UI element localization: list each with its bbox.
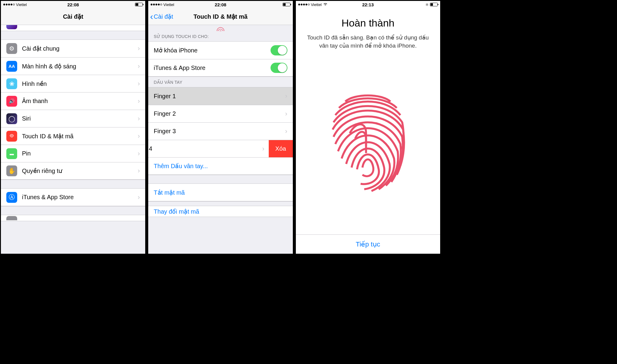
status-bar: Viettel 22:08 xyxy=(148,1,293,8)
chevron-right-icon: › xyxy=(138,45,140,52)
status-time: 22:13 xyxy=(362,2,374,7)
cell-label: Pin xyxy=(22,150,138,157)
nav-title: Cài đặt xyxy=(63,13,83,20)
signal-icon xyxy=(298,4,310,5)
cell-label: Finger 3 xyxy=(154,128,285,135)
fingerprint-graphic xyxy=(296,50,440,234)
section-header-use-for: SỬ DỤNG TOUCH ID CHO: xyxy=(148,31,293,41)
list-item-siri[interactable]: ◯ Siri › xyxy=(1,110,145,127)
wifi-icon xyxy=(323,2,328,7)
battery-icon xyxy=(135,3,143,6)
unknown-icon xyxy=(6,216,17,220)
chevron-right-icon: › xyxy=(138,97,140,105)
change-passcode-button[interactable]: Thay đổi mật mã xyxy=(148,206,293,217)
completion-description: Touch ID đã sẵn sàng. Bạn có thể sử dụng… xyxy=(307,34,429,50)
signal-icon xyxy=(3,4,15,5)
nav-bar: Cài đặt xyxy=(1,8,145,25)
cell-label: Tắt mật mã xyxy=(154,189,287,196)
screen-settings: Viettel 22:08 Cài đặt ⚙ Cài đặt chung › … xyxy=(0,0,146,255)
carrier-label: Viettel xyxy=(311,2,322,7)
cell-label: iTunes & App Store xyxy=(154,64,270,71)
status-bar: Viettel 22:08 xyxy=(1,1,145,8)
siri-icon: ◯ xyxy=(6,113,17,124)
continue-button[interactable]: Tiếp tục xyxy=(296,234,440,254)
touchid-icon xyxy=(6,131,17,142)
list-item-battery[interactable]: ▬ Pin › xyxy=(1,145,145,162)
screen-touchid-complete: Viettel 22:13 ✱ Hoàn thành Touch ID đã s… xyxy=(295,0,441,255)
nav-bar: ‹ Cài đặt Touch ID & Mật mã xyxy=(148,8,293,25)
toggle-unlock-iphone: Mở khóa iPhone xyxy=(148,42,293,59)
list-item-itunes[interactable]: Ⓐ iTunes & App Store › xyxy=(1,189,145,206)
nav-back-label: Cài đặt xyxy=(154,13,173,20)
list-item-wallpaper[interactable]: ❀ Hình nền › xyxy=(1,75,145,92)
chevron-right-icon: › xyxy=(138,62,140,70)
cell-label: Hình nền xyxy=(22,80,138,87)
chevron-right-icon: › xyxy=(285,110,287,118)
delete-button[interactable]: Xóa xyxy=(269,140,293,157)
cell-label: 4 xyxy=(149,145,262,152)
battery-icon: ▬ xyxy=(6,148,17,159)
completion-header: Hoàn thành Touch ID đã sẵn sàng. Bạn có … xyxy=(296,8,440,50)
status-bar: Viettel 22:13 ✱ xyxy=(296,1,440,8)
finger-item-2[interactable]: Finger 2 › xyxy=(148,105,293,122)
nav-title: Touch ID & Mật mã xyxy=(193,13,247,20)
finger-item-1[interactable]: Finger 1 › xyxy=(148,87,293,105)
toggle-switch[interactable] xyxy=(271,45,287,55)
privacy-icon: ✋ xyxy=(6,165,17,176)
carrier-label: Viettel xyxy=(163,2,174,7)
finger-item-4[interactable]: 4 › Xóa xyxy=(148,140,293,157)
cell-label: Finger 2 xyxy=(154,110,285,117)
cell-label: Màn hình & độ sáng xyxy=(22,63,138,70)
list-item-privacy[interactable]: ✋ Quyền riêng tư › xyxy=(1,162,145,180)
chevron-right-icon: › xyxy=(138,193,140,201)
appstore-icon: Ⓐ xyxy=(6,192,17,203)
fingerprint-preview xyxy=(148,25,293,31)
add-fingerprint-button[interactable]: Thêm Dấu vân tay... xyxy=(148,157,293,175)
battery-icon xyxy=(430,3,438,6)
list-item-truncated[interactable] xyxy=(1,25,145,31)
status-time: 22:08 xyxy=(215,2,226,7)
settings-list[interactable]: ⚙ Cài đặt chung › AA Màn hình & độ sáng … xyxy=(1,25,145,254)
sound-icon: 🔊 xyxy=(6,96,17,107)
delete-label: Xóa xyxy=(275,145,286,152)
section-header-fingerprints: DẤU VÂN TAY xyxy=(148,77,293,87)
finger-item-3[interactable]: Finger 3 › xyxy=(148,122,293,140)
cell-label: Mở khóa iPhone xyxy=(154,47,270,54)
chevron-right-icon: › xyxy=(138,167,140,175)
list-item-display[interactable]: AA Màn hình & độ sáng › xyxy=(1,57,145,75)
chevron-right-icon: › xyxy=(285,92,287,100)
nav-back-button[interactable]: ‹ Cài đặt xyxy=(150,13,173,20)
chevron-right-icon: › xyxy=(138,132,140,140)
display-icon: AA xyxy=(6,61,17,72)
chevron-right-icon: › xyxy=(138,115,140,123)
wallpaper-icon: ❀ xyxy=(6,78,17,89)
cell-label: Cài đặt chung xyxy=(22,45,138,52)
unknown-icon xyxy=(6,25,17,29)
continue-label: Tiếp tục xyxy=(356,240,380,248)
bluetooth-icon: ✱ xyxy=(425,2,429,7)
cell-label: Âm thanh xyxy=(22,98,138,105)
cell-label: Touch ID & Mật mã xyxy=(22,133,138,140)
turn-off-passcode-button[interactable]: Tắt mật mã xyxy=(148,184,293,201)
cell-label: Quyền riêng tư xyxy=(22,167,138,174)
cell-label: Finger 1 xyxy=(154,93,285,100)
cell-label: iTunes & App Store xyxy=(22,194,138,201)
chevron-right-icon: › xyxy=(285,127,287,135)
carrier-label: Viettel xyxy=(16,2,27,7)
cell-label: Siri xyxy=(22,115,138,122)
touchid-list[interactable]: SỬ DỤNG TOUCH ID CHO: Mở khóa iPhone iTu… xyxy=(148,25,293,254)
fingerprint-icon xyxy=(213,25,228,31)
chevron-left-icon: ‹ xyxy=(150,14,153,19)
screen-touchid-passcode: Viettel 22:08 ‹ Cài đặt Touch ID & Mật m… xyxy=(147,0,293,255)
list-item-sound[interactable]: 🔊 Âm thanh › xyxy=(1,92,145,110)
list-item-touchid[interactable]: Touch ID & Mật mã › xyxy=(1,127,145,145)
signal-icon xyxy=(151,4,162,5)
battery-icon xyxy=(283,3,290,6)
list-item-truncated-bottom[interactable] xyxy=(1,215,145,221)
status-time: 22:08 xyxy=(67,2,79,7)
gear-icon: ⚙ xyxy=(6,43,17,54)
toggle-switch[interactable] xyxy=(271,63,287,73)
completion-title: Hoàn thành xyxy=(307,17,429,29)
cell-label: Thay đổi mật mã xyxy=(154,208,287,215)
list-item-general[interactable]: ⚙ Cài đặt chung › xyxy=(1,40,145,57)
